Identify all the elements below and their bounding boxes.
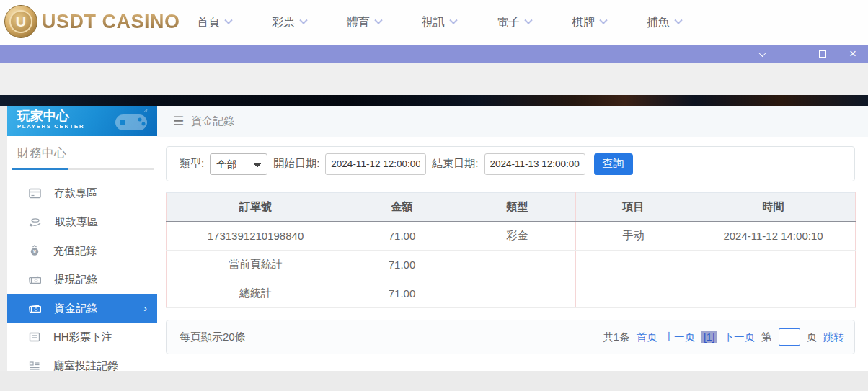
section-underline	[12, 168, 154, 170]
nav-item-chess[interactable]: 棋牌	[552, 0, 626, 45]
current-page-badge: [1]	[701, 331, 717, 343]
brand-name: USDT CASINO	[42, 11, 180, 33]
chevron-down-icon	[524, 17, 532, 24]
window-titlebar: — ×	[0, 45, 868, 63]
nav-item-live[interactable]: 視訊	[402, 0, 477, 45]
search-button[interactable]: 查詢	[594, 153, 633, 175]
window-controls: — ×	[754, 48, 868, 60]
breadcrumb-band: ☰ 資金記錄	[157, 106, 868, 137]
withdraw-hand-icon	[29, 217, 42, 228]
sidebar-menu: 存款專區 取款專區 ¥ 充值記錄 提現記錄 資金記錄 › HH彩票下注	[7, 179, 157, 371]
lottery-list-icon	[29, 332, 40, 342]
jump-suffix-label: 页	[807, 331, 818, 344]
sidebar-header: 玩家中心 PLAYERS CENTER	[7, 106, 157, 136]
next-page-link[interactable]: 下一页	[724, 331, 756, 344]
page-size-text: 每頁顯示20條	[180, 331, 246, 344]
jump-link[interactable]: 跳转	[823, 331, 844, 344]
banner-strip	[0, 95, 868, 106]
sidebar-item-fund-records[interactable]: 資金記錄 ›	[7, 294, 157, 323]
sidebar-item-room-bet-records[interactable]: 廳室投註記錄	[7, 351, 157, 371]
table-row-grand-total: 總統計 71.00	[167, 279, 856, 308]
collapse-icon[interactable]	[754, 48, 770, 60]
nav-item-home[interactable]: 首頁	[177, 0, 252, 45]
sidebar-item-deposit[interactable]: 存款專區	[7, 179, 157, 207]
minimize-icon[interactable]: —	[784, 48, 800, 60]
chevron-down-icon	[599, 17, 607, 24]
coin-logo-icon: U	[4, 5, 37, 38]
pagination-bar: 每頁顯示20條 共1条 首页 上一页 [1] 下一页 第 页 跳转	[166, 320, 855, 354]
type-select[interactable]: 全部	[210, 153, 267, 175]
nav-item-sports[interactable]: 體育	[327, 0, 402, 45]
pagination-controls: 共1条 首页 上一页 [1] 下一页 第 页 跳转	[603, 328, 844, 346]
room-record-icon	[29, 361, 40, 371]
type-label: 類型:	[180, 157, 204, 171]
sidebar-section: 財務中心	[7, 136, 157, 170]
col-time: 時間	[691, 193, 856, 222]
close-icon[interactable]: ×	[845, 48, 861, 60]
table-row: 1731391210198840 71.00 彩金 手动 2024-11-12 …	[167, 222, 856, 251]
first-page-link[interactable]: 首页	[636, 331, 657, 344]
sidebar-item-recharge-records[interactable]: ¥ 充值記錄	[7, 236, 157, 265]
table-header-row: 訂單號 金額 類型 項目 時間	[167, 193, 856, 222]
chevron-down-icon	[374, 17, 382, 24]
banknote-icon	[29, 274, 41, 284]
col-type: 類型	[459, 193, 576, 222]
sidebar-item-withdraw[interactable]: 取款專區	[7, 207, 157, 236]
table-row-page-total: 當前頁統計 71.00	[167, 251, 856, 279]
money-bag-icon: ¥	[29, 245, 40, 256]
page-body: 玩家中心 PLAYERS CENTER 財務中心 存款專區 取款專區 ¥	[0, 106, 868, 371]
funds-record-icon	[29, 303, 41, 313]
prev-page-link[interactable]: 上一页	[663, 331, 695, 344]
start-date-label: 開始日期:	[273, 157, 319, 171]
breadcrumb: 資金記錄	[191, 114, 234, 128]
top-navbar: U USDT CASINO 首頁 彩票 體育 視訊 電子 棋牌 捕魚	[0, 0, 868, 45]
footer-band	[0, 371, 868, 391]
chevron-down-icon	[674, 17, 682, 24]
svg-text:¥: ¥	[33, 249, 36, 254]
brand-logo[interactable]: U USDT CASINO	[4, 5, 180, 38]
nav-item-lottery[interactable]: 彩票	[252, 0, 327, 45]
col-amount: 金額	[345, 193, 459, 222]
nav-item-slots[interactable]: 電子	[477, 0, 552, 45]
col-order-no: 訂單號	[167, 193, 345, 222]
end-date-label: 結束日期:	[432, 157, 478, 171]
page-jump-input[interactable]	[779, 328, 800, 346]
chevron-right-icon: ›	[143, 302, 147, 314]
funds-record-table: 訂單號 金額 類型 項目 時間 1731391210198840 71.00 彩…	[166, 192, 856, 308]
main-nav: 首頁 彩票 體育 視訊 電子 棋牌 捕魚	[177, 0, 701, 45]
jump-prefix-label: 第	[761, 331, 772, 344]
chevron-down-icon	[224, 17, 232, 24]
col-item: 項目	[576, 193, 691, 222]
start-date-input[interactable]	[325, 153, 426, 175]
left-gutter	[0, 106, 7, 371]
main-content: ☰ 資金記錄 類型: 全部 開始日期: 結束日期: 查詢 訂單號 金額 類型 項…	[157, 106, 868, 371]
gamepad-icon	[112, 109, 150, 133]
nav-item-fishing[interactable]: 捕魚	[626, 0, 701, 45]
deposit-card-icon	[29, 188, 41, 199]
maximize-icon[interactable]	[815, 48, 831, 60]
spacer-band	[0, 63, 868, 95]
total-count-text: 共1条	[603, 331, 629, 344]
section-title: 財務中心	[12, 145, 157, 161]
chevron-down-icon	[449, 17, 457, 24]
sidebar-item-hh-lottery-bets[interactable]: HH彩票下注	[7, 323, 157, 351]
chevron-down-icon	[299, 17, 307, 24]
sidebar: 玩家中心 PLAYERS CENTER 財務中心 存款專區 取款專區 ¥	[7, 106, 157, 371]
filter-bar: 類型: 全部 開始日期: 結束日期: 查詢	[166, 146, 855, 181]
end-date-input[interactable]	[484, 153, 585, 175]
sidebar-item-withdrawal-records[interactable]: 提現記錄	[7, 265, 157, 294]
hamburger-icon[interactable]: ☰	[173, 114, 184, 129]
coin-letter: U	[9, 10, 32, 33]
